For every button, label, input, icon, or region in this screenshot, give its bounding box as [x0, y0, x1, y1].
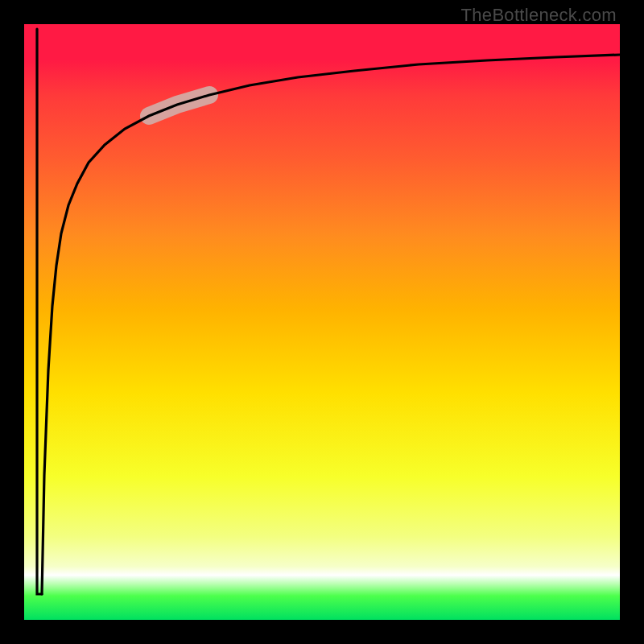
bottleneck-curve [42, 55, 620, 594]
chart-frame: TheBottleneck.com [0, 0, 644, 644]
watermark-text: TheBottleneck.com [461, 5, 617, 26]
curve-layer [24, 24, 620, 620]
plot-area [24, 24, 620, 620]
initial-drop [37, 29, 42, 594]
